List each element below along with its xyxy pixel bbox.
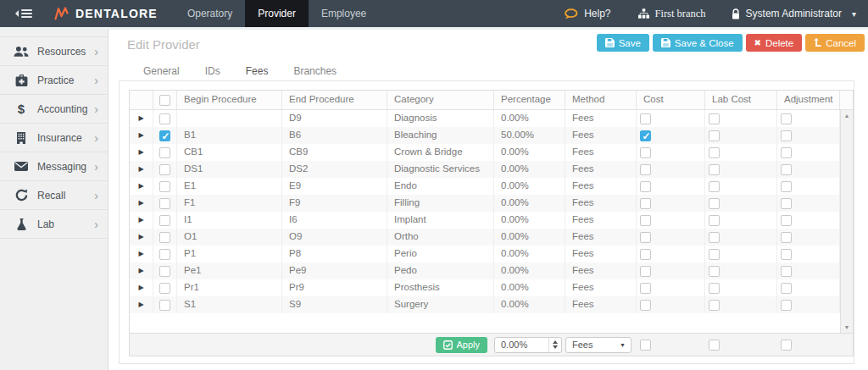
table-row[interactable]: ▶Pe1Pe9Pedo0.00%Fees <box>130 262 840 279</box>
lab-cost-checkbox[interactable] <box>709 249 720 260</box>
cost-checkbox[interactable] <box>640 147 651 158</box>
save-close-button[interactable]: Save & Close <box>653 34 743 52</box>
row-select-checkbox[interactable] <box>159 147 170 158</box>
cost-checkbox[interactable] <box>640 300 651 311</box>
row-select-checkbox[interactable] <box>159 198 170 209</box>
nav-employee[interactable]: Employee <box>309 0 379 27</box>
row-select-checkbox[interactable] <box>159 249 170 260</box>
row-select-checkbox[interactable] <box>159 300 170 311</box>
adjustment-checkbox[interactable] <box>781 113 792 124</box>
col-category[interactable]: Category <box>387 91 494 109</box>
col-end-procedure[interactable]: End Procedure <box>282 91 387 109</box>
tab-ids[interactable]: IDs <box>192 64 233 82</box>
tab-general[interactable]: General <box>131 64 192 82</box>
adjustment-checkbox[interactable] <box>781 130 792 141</box>
help-button[interactable]: Help? <box>565 8 610 19</box>
cost-checkbox[interactable] <box>640 164 651 175</box>
row-select-checkbox[interactable] <box>159 232 170 243</box>
cost-checkbox[interactable] <box>640 215 651 226</box>
apply-lab-cost-checkbox[interactable] <box>709 340 720 351</box>
table-row[interactable]: ▶S1S9Surgery0.00%Fees <box>130 296 840 313</box>
row-expand-arrow-icon[interactable]: ▶ <box>138 217 143 224</box>
nav-operatory[interactable]: Operatory <box>175 0 245 27</box>
col-cost[interactable]: Cost <box>637 91 705 109</box>
col-percentage[interactable]: Percentage <box>494 91 565 109</box>
lab-cost-checkbox[interactable] <box>709 283 720 294</box>
lab-cost-checkbox[interactable] <box>709 215 720 226</box>
row-select-checkbox[interactable] <box>159 266 170 277</box>
tab-branches[interactable]: Branches <box>281 64 349 82</box>
row-expand-arrow-icon[interactable]: ▶ <box>138 149 143 156</box>
nav-provider[interactable]: Provider <box>245 0 309 27</box>
select-all-checkbox[interactable] <box>159 95 170 106</box>
row-expand-arrow-icon[interactable]: ▶ <box>138 200 143 207</box>
adjustment-checkbox[interactable] <box>781 164 792 175</box>
lab-cost-checkbox[interactable] <box>709 147 720 158</box>
lab-cost-checkbox[interactable] <box>709 113 720 124</box>
sidebar-item-accounting[interactable]: $Accounting› <box>0 95 108 124</box>
row-expand-arrow-icon[interactable]: ▶ <box>138 251 143 257</box>
sidebar-item-insurance[interactable]: Insurance› <box>0 124 108 152</box>
branch-selector[interactable]: First branch <box>638 8 706 20</box>
table-row[interactable]: ▶E1E9Endo0.00%Fees <box>130 178 840 195</box>
row-expand-arrow-icon[interactable]: ▶ <box>138 301 143 308</box>
lab-cost-checkbox[interactable] <box>709 164 720 175</box>
row-expand-arrow-icon[interactable]: ▶ <box>138 115 143 122</box>
row-select-checkbox[interactable] <box>159 283 170 294</box>
cancel-button[interactable]: Cancel <box>805 34 865 52</box>
lab-cost-checkbox[interactable] <box>709 232 720 243</box>
adjustment-checkbox[interactable] <box>781 147 792 158</box>
adjustment-checkbox[interactable] <box>781 181 792 192</box>
brand[interactable]: DENTALORE <box>54 7 158 20</box>
row-select-checkbox[interactable] <box>159 215 170 226</box>
row-expand-arrow-icon[interactable]: ▶ <box>138 234 143 240</box>
table-row[interactable]: ▶CB1CB9Crown & Bridge0.00%Fees <box>130 144 840 161</box>
cost-checkbox[interactable] <box>640 266 651 277</box>
col-begin-procedure[interactable]: Begin Procedure <box>177 91 282 109</box>
table-row[interactable]: ▶F1F9Filling0.00%Fees <box>130 195 840 212</box>
row-select-checkbox[interactable] <box>159 181 170 192</box>
delete-button[interactable]: ✖ Delete <box>746 34 803 52</box>
adjustment-checkbox[interactable] <box>781 283 792 294</box>
scroll-up-icon[interactable]: ▲ <box>844 113 850 119</box>
tab-fees[interactable]: Fees <box>233 64 281 82</box>
table-row[interactable]: ▶O1O9Ortho0.00%Fees <box>130 229 840 246</box>
scroll-down-icon[interactable]: ▼ <box>844 324 850 330</box>
lab-cost-checkbox[interactable] <box>709 266 720 277</box>
spinner-down-icon[interactable] <box>553 345 558 349</box>
row-expand-arrow-icon[interactable]: ▶ <box>138 268 143 274</box>
cost-checkbox[interactable] <box>640 232 651 243</box>
lab-cost-checkbox[interactable] <box>709 300 720 311</box>
row-select-checkbox[interactable] <box>159 130 170 141</box>
sidebar-item-lab[interactable]: Lab› <box>0 210 108 239</box>
apply-button[interactable]: Apply <box>436 337 487 353</box>
apply-adjustment-checkbox[interactable] <box>781 340 792 351</box>
lab-cost-checkbox[interactable] <box>709 181 720 192</box>
cost-checkbox[interactable] <box>640 283 651 294</box>
cost-checkbox[interactable] <box>640 198 651 209</box>
row-expand-arrow-icon[interactable]: ▶ <box>138 284 143 291</box>
spinner-up-icon[interactable] <box>553 340 558 344</box>
col-method[interactable]: Method <box>565 91 637 109</box>
adjustment-checkbox[interactable] <box>781 198 792 209</box>
adjustment-checkbox[interactable] <box>781 249 792 260</box>
table-row[interactable]: ▶DS1DS2Diagnostic Services0.00%Fees <box>130 161 840 178</box>
sidebar-collapse-button[interactable] <box>15 9 32 18</box>
row-select-checkbox[interactable] <box>159 113 170 124</box>
cost-checkbox[interactable] <box>640 113 651 124</box>
user-menu[interactable]: System Administrator ▾ <box>732 8 856 19</box>
table-row[interactable]: ▶I1I6Implant0.00%Fees <box>130 212 840 229</box>
apply-cost-checkbox[interactable] <box>640 340 651 351</box>
table-row[interactable]: ▶D9Diagnosis0.00%Fees <box>130 110 840 127</box>
sidebar-item-resources[interactable]: Resources› <box>0 37 108 66</box>
row-select-checkbox[interactable] <box>159 164 170 175</box>
percentage-input[interactable]: 0.00% <box>494 337 562 353</box>
row-expand-arrow-icon[interactable]: ▶ <box>138 166 143 173</box>
adjustment-checkbox[interactable] <box>781 300 792 311</box>
sidebar-item-messaging[interactable]: Messaging› <box>0 152 108 181</box>
spinner-buttons[interactable] <box>548 338 561 352</box>
sidebar-item-recall[interactable]: Recall› <box>0 181 108 210</box>
table-row[interactable]: ▶P1P8Perio0.00%Fees <box>130 246 840 262</box>
method-select[interactable]: Fees ▼ <box>565 337 632 353</box>
row-expand-arrow-icon[interactable]: ▶ <box>138 132 143 139</box>
